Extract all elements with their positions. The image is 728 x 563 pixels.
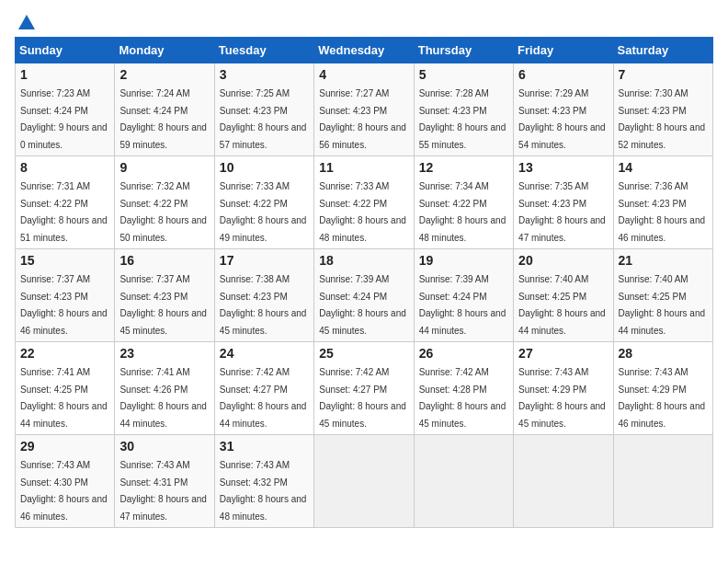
- day-number: 11: [319, 160, 408, 175]
- day-number: 20: [518, 253, 608, 268]
- day-info: Sunrise: 7:30 AMSunset: 4:23 PMDaylight:…: [619, 88, 706, 150]
- calendar-week-3: 15 Sunrise: 7:37 AMSunset: 4:23 PMDaylig…: [16, 249, 713, 342]
- calendar-cell: [514, 435, 613, 528]
- logo-icon: [17, 13, 37, 33]
- day-number: 23: [119, 346, 209, 361]
- calendar-cell: 13 Sunrise: 7:35 AMSunset: 4:23 PMDaylig…: [514, 156, 613, 249]
- calendar-cell: 6 Sunrise: 7:29 AMSunset: 4:23 PMDayligh…: [514, 63, 613, 156]
- svg-marker-0: [18, 15, 35, 29]
- day-number: 8: [20, 160, 109, 175]
- calendar-week-2: 8 Sunrise: 7:31 AMSunset: 4:22 PMDayligh…: [16, 156, 713, 249]
- day-info: Sunrise: 7:41 AMSunset: 4:26 PMDaylight:…: [119, 367, 207, 429]
- calendar-cell: 24 Sunrise: 7:42 AMSunset: 4:27 PMDaylig…: [214, 342, 313, 435]
- day-number: 29: [20, 439, 109, 454]
- day-info: Sunrise: 7:25 AMSunset: 4:23 PMDaylight:…: [220, 88, 307, 150]
- day-number: 15: [20, 253, 109, 268]
- day-info: Sunrise: 7:43 AMSunset: 4:29 PMDaylight:…: [619, 367, 706, 429]
- calendar-cell: 11 Sunrise: 7:33 AMSunset: 4:22 PMDaylig…: [314, 156, 414, 249]
- day-number: 25: [319, 346, 408, 361]
- calendar-cell: 4 Sunrise: 7:27 AMSunset: 4:23 PMDayligh…: [314, 63, 414, 156]
- day-header-tuesday: Tuesday: [214, 38, 313, 63]
- day-number: 4: [319, 67, 408, 82]
- day-number: 7: [619, 67, 708, 82]
- calendar-cell: 3 Sunrise: 7:25 AMSunset: 4:23 PMDayligh…: [214, 63, 313, 156]
- day-info: Sunrise: 7:42 AMSunset: 4:27 PMDaylight:…: [220, 367, 307, 429]
- day-info: Sunrise: 7:33 AMSunset: 4:22 PMDaylight:…: [220, 181, 307, 243]
- day-number: 6: [518, 67, 608, 82]
- day-number: 26: [419, 346, 508, 361]
- day-header-monday: Monday: [115, 38, 214, 63]
- calendar-cell: 7 Sunrise: 7:30 AMSunset: 4:23 PMDayligh…: [613, 63, 712, 156]
- day-number: 19: [419, 253, 508, 268]
- day-info: Sunrise: 7:37 AMSunset: 4:23 PMDaylight:…: [119, 274, 207, 336]
- day-number: 30: [119, 439, 209, 454]
- day-info: Sunrise: 7:29 AMSunset: 4:23 PMDaylight:…: [518, 88, 606, 150]
- day-header-wednesday: Wednesday: [314, 38, 414, 63]
- calendar-cell: 1 Sunrise: 7:23 AMSunset: 4:24 PMDayligh…: [16, 63, 115, 156]
- day-number: 28: [619, 346, 708, 361]
- day-header-thursday: Thursday: [414, 38, 513, 63]
- calendar-cell: 26 Sunrise: 7:42 AMSunset: 4:28 PMDaylig…: [414, 342, 513, 435]
- calendar: SundayMondayTuesdayWednesdayThursdayFrid…: [15, 37, 713, 528]
- calendar-week-4: 22 Sunrise: 7:41 AMSunset: 4:25 PMDaylig…: [16, 342, 713, 435]
- calendar-cell: 17 Sunrise: 7:38 AMSunset: 4:23 PMDaylig…: [214, 249, 313, 342]
- day-number: 3: [220, 67, 309, 82]
- day-info: Sunrise: 7:39 AMSunset: 4:24 PMDaylight:…: [419, 274, 506, 336]
- day-number: 1: [20, 67, 109, 82]
- day-number: 12: [419, 160, 508, 175]
- calendar-cell: 31 Sunrise: 7:43 AMSunset: 4:32 PMDaylig…: [214, 435, 313, 528]
- calendar-cell: 29 Sunrise: 7:43 AMSunset: 4:30 PMDaylig…: [16, 435, 115, 528]
- day-info: Sunrise: 7:23 AMSunset: 4:24 PMDaylight:…: [20, 88, 108, 150]
- day-info: Sunrise: 7:27 AMSunset: 4:23 PMDaylight:…: [319, 88, 406, 150]
- calendar-cell: [414, 435, 513, 528]
- calendar-cell: 2 Sunrise: 7:24 AMSunset: 4:24 PMDayligh…: [115, 63, 214, 156]
- calendar-cell: 5 Sunrise: 7:28 AMSunset: 4:23 PMDayligh…: [414, 63, 513, 156]
- calendar-cell: 14 Sunrise: 7:36 AMSunset: 4:23 PMDaylig…: [613, 156, 712, 249]
- day-number: 5: [419, 67, 508, 82]
- calendar-cell: 27 Sunrise: 7:43 AMSunset: 4:29 PMDaylig…: [514, 342, 613, 435]
- day-number: 22: [20, 346, 109, 361]
- calendar-cell: 22 Sunrise: 7:41 AMSunset: 4:25 PMDaylig…: [16, 342, 115, 435]
- calendar-cell: 21 Sunrise: 7:40 AMSunset: 4:25 PMDaylig…: [613, 249, 712, 342]
- calendar-cell: 15 Sunrise: 7:37 AMSunset: 4:23 PMDaylig…: [16, 249, 115, 342]
- day-header-saturday: Saturday: [613, 38, 712, 63]
- day-number: 13: [518, 160, 608, 175]
- day-header-friday: Friday: [514, 38, 613, 63]
- calendar-cell: 28 Sunrise: 7:43 AMSunset: 4:29 PMDaylig…: [613, 342, 712, 435]
- calendar-week-1: 1 Sunrise: 7:23 AMSunset: 4:24 PMDayligh…: [16, 63, 713, 156]
- day-info: Sunrise: 7:43 AMSunset: 4:30 PMDaylight:…: [20, 460, 108, 522]
- day-info: Sunrise: 7:39 AMSunset: 4:24 PMDaylight:…: [319, 274, 406, 336]
- day-info: Sunrise: 7:34 AMSunset: 4:22 PMDaylight:…: [419, 181, 506, 243]
- day-number: 24: [220, 346, 309, 361]
- day-number: 9: [119, 160, 209, 175]
- day-info: Sunrise: 7:28 AMSunset: 4:23 PMDaylight:…: [419, 88, 506, 150]
- day-info: Sunrise: 7:41 AMSunset: 4:25 PMDaylight:…: [20, 367, 108, 429]
- day-number: 2: [119, 67, 209, 82]
- day-info: Sunrise: 7:42 AMSunset: 4:27 PMDaylight:…: [319, 367, 406, 429]
- day-number: 17: [220, 253, 309, 268]
- calendar-week-5: 29 Sunrise: 7:43 AMSunset: 4:30 PMDaylig…: [16, 435, 713, 528]
- calendar-cell: 10 Sunrise: 7:33 AMSunset: 4:22 PMDaylig…: [214, 156, 313, 249]
- calendar-cell: 9 Sunrise: 7:32 AMSunset: 4:22 PMDayligh…: [115, 156, 214, 249]
- day-header-sunday: Sunday: [16, 38, 115, 63]
- day-number: 10: [220, 160, 309, 175]
- calendar-cell: 25 Sunrise: 7:42 AMSunset: 4:27 PMDaylig…: [314, 342, 414, 435]
- day-info: Sunrise: 7:38 AMSunset: 4:23 PMDaylight:…: [220, 274, 307, 336]
- day-number: 16: [119, 253, 209, 268]
- logo: [15, 15, 37, 29]
- day-info: Sunrise: 7:35 AMSunset: 4:23 PMDaylight:…: [518, 181, 606, 243]
- day-info: Sunrise: 7:33 AMSunset: 4:22 PMDaylight:…: [319, 181, 406, 243]
- calendar-cell: 20 Sunrise: 7:40 AMSunset: 4:25 PMDaylig…: [514, 249, 613, 342]
- day-info: Sunrise: 7:40 AMSunset: 4:25 PMDaylight:…: [619, 274, 706, 336]
- day-number: 18: [319, 253, 408, 268]
- day-number: 14: [619, 160, 708, 175]
- day-number: 31: [220, 439, 309, 454]
- day-info: Sunrise: 7:43 AMSunset: 4:31 PMDaylight:…: [119, 460, 207, 522]
- calendar-cell: 30 Sunrise: 7:43 AMSunset: 4:31 PMDaylig…: [115, 435, 214, 528]
- calendar-header-row: SundayMondayTuesdayWednesdayThursdayFrid…: [16, 38, 713, 63]
- calendar-cell: 19 Sunrise: 7:39 AMSunset: 4:24 PMDaylig…: [414, 249, 513, 342]
- day-info: Sunrise: 7:43 AMSunset: 4:29 PMDaylight:…: [518, 367, 606, 429]
- calendar-cell: 23 Sunrise: 7:41 AMSunset: 4:26 PMDaylig…: [115, 342, 214, 435]
- day-info: Sunrise: 7:31 AMSunset: 4:22 PMDaylight:…: [20, 181, 108, 243]
- calendar-cell: 18 Sunrise: 7:39 AMSunset: 4:24 PMDaylig…: [314, 249, 414, 342]
